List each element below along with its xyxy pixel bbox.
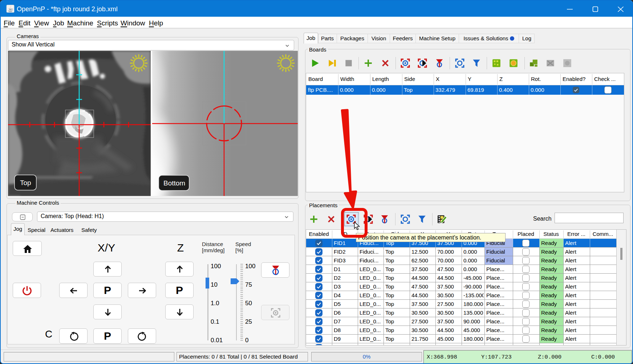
svg-text:10: 10	[211, 281, 218, 288]
svg-text:0.1: 0.1	[211, 318, 219, 325]
svg-text:Bottom: Bottom	[163, 179, 185, 187]
svg-text:0: 0	[245, 337, 248, 344]
svg-text:1.0: 1.0	[211, 300, 219, 307]
svg-text:100: 100	[211, 263, 221, 270]
svg-text:0.01: 0.01	[211, 337, 223, 344]
svg-text:75: 75	[245, 281, 252, 288]
svg-text:100: 100	[245, 263, 255, 270]
svg-text:25: 25	[245, 318, 252, 325]
svg-text:Top: Top	[20, 179, 31, 187]
svg-text:50: 50	[245, 300, 252, 307]
